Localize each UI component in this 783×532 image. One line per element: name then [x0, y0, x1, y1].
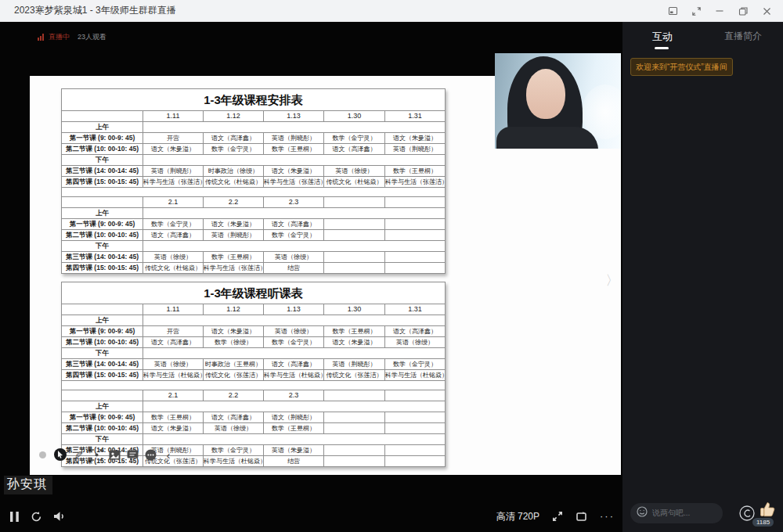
divider-cell: [143, 122, 446, 133]
chat-input[interactable]: 说两句吧...: [630, 503, 723, 523]
period-label-cell: 第一节课 (9: 00-9: 45): [62, 326, 143, 337]
cursor-icon: [54, 448, 67, 461]
schedule-cell: 传统文化（张莲洁）: [204, 370, 264, 381]
date-header-cell: 2.3: [264, 197, 324, 208]
refresh-icon: [31, 511, 42, 523]
schedule-cell: 语文（朱曼溢）: [143, 423, 204, 434]
schedule-cell: 结营: [264, 263, 324, 274]
cursor-tool-button[interactable]: [54, 448, 67, 461]
period-label-cell: 第二节课 (10: 00-10: 45): [62, 337, 143, 348]
date-header-cell: 1.11: [143, 111, 204, 122]
like-count-badge: 1185: [752, 518, 774, 527]
schedule-cell: 数学（金宁灵）: [143, 219, 204, 230]
live-signal-icon: [38, 34, 44, 41]
capture-tool-button[interactable]: [90, 448, 103, 461]
mini-window-icon: [576, 511, 587, 522]
widget-panel-button[interactable]: [661, 0, 684, 22]
player-control-bar: 高清 720P ···: [0, 501, 622, 532]
close-icon: [763, 7, 771, 16]
viewer-count: 23人观看: [78, 32, 106, 42]
schedule-cell: 结营: [264, 456, 324, 467]
period-label-cell: 第一节课 (9: 00-9: 45): [62, 219, 143, 230]
refresh-button[interactable]: [31, 511, 42, 523]
table-title: 1-3年级课程听课表: [62, 282, 446, 304]
schedule-cell: 科学与生活（张莲洁）: [143, 177, 204, 188]
date-header-cell: [324, 390, 385, 401]
schedule-cell: 传统文化（杜铭焱）: [143, 263, 204, 274]
emoji-icon[interactable]: [637, 506, 648, 520]
chevron-left-icon: ‹: [167, 448, 171, 462]
schedule-cell: 英语（徐缦）: [143, 252, 204, 263]
table-title: 1-3年级课程安排表: [62, 89, 446, 111]
schedule-cell: 开营: [143, 133, 204, 144]
period-label-cell: 第四节课 (15: 00-15: 45): [62, 370, 143, 381]
schedule-cell: 数学（金宁灵）: [324, 133, 385, 144]
restore-button[interactable]: [731, 0, 755, 22]
schedule-cell: [385, 219, 446, 230]
period-label-cell: 第四节课 (15: 00-15: 45): [62, 177, 143, 188]
corner-cell: [62, 197, 143, 208]
fullscreen-button[interactable]: [684, 0, 708, 22]
date-header-cell: 1.13: [264, 111, 324, 122]
more-tools-button[interactable]: [144, 448, 157, 461]
schedule-cell: 科学与生活（张莲洁）: [204, 263, 264, 274]
live-status-row: 直播中 23人观看: [38, 32, 106, 42]
presenter-webcam[interactable]: [495, 53, 621, 149]
schedule-cell: 英语（徐缦）: [264, 252, 324, 263]
toolbar-collapse-button[interactable]: ‹: [162, 448, 175, 461]
schedule-cell: [385, 252, 446, 263]
date-header-cell: 2.2: [204, 197, 264, 208]
schedule-cell: 数学（徐缦）: [204, 337, 264, 348]
schedule-cell: 语文（高泽鑫）: [264, 219, 324, 230]
date-header-cell: 1.11: [143, 304, 204, 315]
schedule-cell: 语文（高泽鑫）: [204, 412, 264, 423]
more-options-button[interactable]: ···: [600, 512, 615, 520]
schedule-cell: 英语（徐缦）: [204, 423, 264, 434]
schedule-cell: 语文（朱曼溢）: [324, 337, 385, 348]
widget-panel-icon: [668, 6, 678, 16]
panel-tabs: 互动 直播简介: [622, 22, 783, 52]
schedule-cell: 数学（金宁灵）: [204, 445, 264, 456]
close-button[interactable]: [755, 0, 778, 22]
date-header-cell: 2.1: [143, 390, 204, 401]
fullscreen-diagonal-icon: [691, 6, 702, 16]
comment-tool-button[interactable]: [126, 448, 139, 461]
period-label-cell: 上午: [62, 208, 143, 219]
period-label-cell: 上午: [62, 401, 143, 412]
schedule-cell: [385, 423, 446, 434]
date-header-cell: 2.3: [264, 390, 324, 401]
schedule-table: 1-3年级课程听课表1.111.121.131.301.31上午第一节课 (9:…: [61, 282, 446, 467]
schedule-cell: 英语（荆晓彤）: [143, 166, 204, 177]
schedule-cell: 语文（高泽鑫）: [385, 326, 446, 337]
laser-dot-icon[interactable]: [36, 448, 49, 461]
period-label-cell: 下午: [62, 434, 143, 445]
window-title: 2023寒梦紫泉城1 - 3年级师生群群直播: [14, 4, 176, 17]
schedule-cell: 数学（金宁灵）: [204, 144, 264, 155]
stage-fullscreen-button[interactable]: [552, 511, 563, 522]
tab-interact[interactable]: 互动: [652, 30, 673, 44]
minimize-button[interactable]: [708, 0, 731, 22]
date-header-cell: 1.30: [324, 111, 385, 122]
schedule-cell: [324, 263, 385, 274]
pen-tool-button[interactable]: ✎: [72, 448, 85, 461]
period-label-cell: 第二节课 (10: 00-10: 45): [62, 144, 143, 155]
whiteboard-tool-button[interactable]: [108, 448, 121, 461]
live-label: 直播中: [49, 32, 70, 42]
schedule-cell: [385, 412, 446, 423]
period-label-cell: 第三节课 (14: 00-14: 45): [62, 252, 143, 263]
mini-window-button[interactable]: [576, 511, 587, 522]
tab-live-intro[interactable]: 直播简介: [724, 30, 762, 43]
divider-cell: [143, 241, 446, 252]
period-label-cell: 下午: [62, 241, 143, 252]
interaction-panel: 互动 直播简介 欢迎来到“开营仪式”直播间 说两句吧... 1185: [622, 22, 783, 532]
schedule-cell: [324, 412, 385, 423]
schedule-cell: 数学（王昱桐）: [204, 252, 264, 263]
section-spacer: [62, 188, 446, 197]
volume-button[interactable]: [53, 511, 67, 522]
date-header-cell: 2.2: [204, 390, 264, 401]
quality-selector[interactable]: 高清 720P: [496, 510, 539, 523]
schedule-cell: 数学（王昱桐）: [264, 144, 324, 155]
pause-button[interactable]: [9, 511, 20, 523]
date-header-cell: 1.12: [204, 111, 264, 122]
panel-toggle-handle[interactable]: 〉: [604, 267, 620, 293]
